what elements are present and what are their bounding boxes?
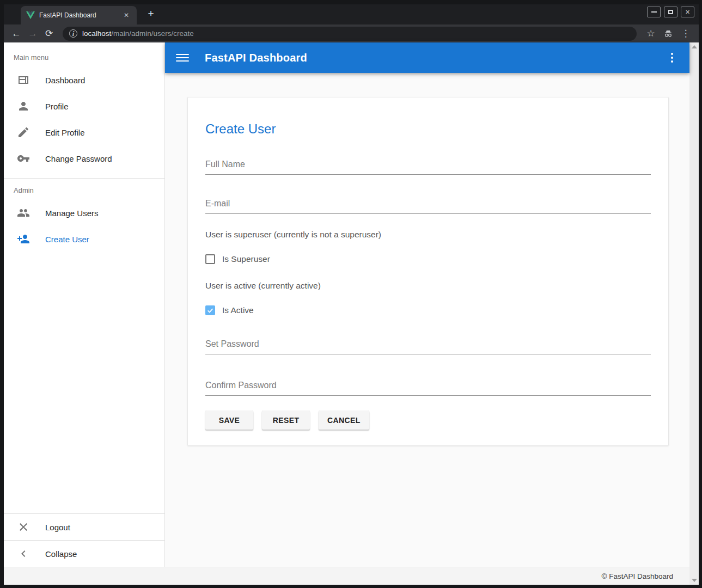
scroll-up-icon[interactable] <box>692 45 697 48</box>
close-icon <box>17 520 30 534</box>
appbar-menu-icon[interactable] <box>666 51 679 65</box>
key-icon <box>17 152 30 165</box>
sidebar: Main menu Dashboard Profile <box>4 42 165 567</box>
sidebar-section-admin: Admin <box>4 179 164 200</box>
url-path: /main/admin/users/create <box>111 29 194 38</box>
scroll-down-icon[interactable] <box>692 579 697 582</box>
sidebar-item-label: Change Password <box>45 154 112 163</box>
browser-tab[interactable]: FastAPI Dashboard ✕ <box>21 6 137 24</box>
checkbox-unchecked-icon <box>205 254 215 264</box>
sidebar-section-main-menu: Main menu <box>4 50 164 67</box>
create-user-card: Create User User is superuser (currently… <box>187 97 669 446</box>
sidebar-item-edit-profile[interactable]: Edit Profile <box>4 119 164 145</box>
email-field-wrap <box>205 198 651 214</box>
sidebar-item-label: Manage Users <box>45 209 99 218</box>
page-title: Create User <box>205 121 651 137</box>
checkbox-label: Is Superuser <box>222 254 270 264</box>
minimize-button[interactable] <box>647 7 661 17</box>
sidebar-item-profile[interactable]: Profile <box>4 93 164 119</box>
dashboard-icon <box>17 74 30 87</box>
sidebar-item-create-user[interactable]: Create User <box>4 226 164 252</box>
copyright-text: © FastAPI Dashboard <box>601 572 673 580</box>
browser-window: FastAPI Dashboard ✕ + ✕ ← → ⟳ i localhos… <box>0 0 702 588</box>
checkbox-checked-icon <box>205 305 215 315</box>
sidebar-item-label: Edit Profile <box>45 128 85 137</box>
hamburger-menu-icon[interactable] <box>176 52 189 64</box>
scrollbar[interactable] <box>689 42 699 585</box>
cancel-button[interactable]: CANCEL <box>319 411 369 430</box>
set-password-field-wrap <box>205 338 651 354</box>
browser-menu-icon[interactable]: ⋮ <box>677 28 694 39</box>
person-icon <box>17 100 30 113</box>
form-actions: SAVE RESET CANCEL <box>205 411 651 430</box>
sidebar-item-logout[interactable]: Logout <box>4 514 164 540</box>
email-input[interactable] <box>205 198 651 214</box>
sidebar-item-label: Dashboard <box>45 76 85 85</box>
save-button[interactable]: SAVE <box>205 411 253 430</box>
tab-title: FastAPI Dashboard <box>39 11 121 19</box>
forward-icon[interactable]: → <box>25 28 41 39</box>
browser-toolbar: ← → ⟳ i localhost/main/admin/users/creat… <box>4 24 699 42</box>
bookmark-star-icon[interactable]: ☆ <box>642 28 660 39</box>
sidebar-item-label: Collapse <box>45 549 77 559</box>
page-main: Main menu Dashboard Profile <box>4 42 689 585</box>
active-hint: User is active (currently active) <box>205 281 651 291</box>
maximize-icon <box>668 10 673 14</box>
minimize-icon <box>651 11 657 13</box>
reset-button[interactable]: RESET <box>262 411 310 430</box>
window-controls: ✕ <box>647 7 694 17</box>
full-name-input[interactable] <box>205 158 651 175</box>
is-active-checkbox[interactable]: Is Active <box>205 305 651 315</box>
page-footer: © FastAPI Dashboard <box>4 567 689 585</box>
address-bar[interactable]: i localhost/main/admin/users/create <box>63 27 637 41</box>
sidebar-item-label: Create User <box>45 235 89 244</box>
app-bar: FastAPI Dashboard <box>165 42 689 73</box>
checkbox-label: Is Active <box>222 305 254 315</box>
sidebar-item-dashboard[interactable]: Dashboard <box>4 67 164 93</box>
maximize-button[interactable] <box>664 7 677 17</box>
reload-icon[interactable]: ⟳ <box>41 28 57 39</box>
back-icon[interactable]: ← <box>8 28 25 39</box>
confirm-password-input[interactable] <box>205 379 651 396</box>
url-host: localhost <box>82 29 111 38</box>
person-add-icon <box>17 232 30 246</box>
people-icon <box>17 206 30 219</box>
close-window-button[interactable]: ✕ <box>681 7 694 17</box>
superuser-hint: User is superuser (currently is not a su… <box>205 230 651 240</box>
set-password-input[interactable] <box>205 338 651 354</box>
sidebar-item-manage-users[interactable]: Manage Users <box>4 200 164 226</box>
sidebar-item-collapse[interactable]: Collapse <box>4 541 164 567</box>
vue-logo-icon <box>26 11 35 20</box>
new-tab-button[interactable]: + <box>144 8 157 21</box>
page-info-icon[interactable]: i <box>69 29 77 38</box>
chevron-left-icon <box>17 547 30 560</box>
tab-strip: FastAPI Dashboard ✕ + ✕ <box>4 4 699 24</box>
tab-close-icon[interactable]: ✕ <box>121 10 131 20</box>
sidebar-item-change-password[interactable]: Change Password <box>4 145 164 171</box>
incognito-icon <box>660 28 677 39</box>
confirm-password-field-wrap <box>205 379 651 396</box>
main-column: FastAPI Dashboard Create User <box>165 42 689 567</box>
app-title: FastAPI Dashboard <box>205 52 307 64</box>
sidebar-spacer <box>4 252 164 513</box>
full-name-field-wrap <box>205 158 651 175</box>
main-content: Create User User is superuser (currently… <box>165 73 689 567</box>
pencil-icon <box>17 126 30 139</box>
page: Main menu Dashboard Profile <box>4 42 699 585</box>
sidebar-item-label: Logout <box>45 523 70 532</box>
sidebar-item-label: Profile <box>45 102 69 111</box>
is-superuser-checkbox[interactable]: Is Superuser <box>205 254 651 264</box>
